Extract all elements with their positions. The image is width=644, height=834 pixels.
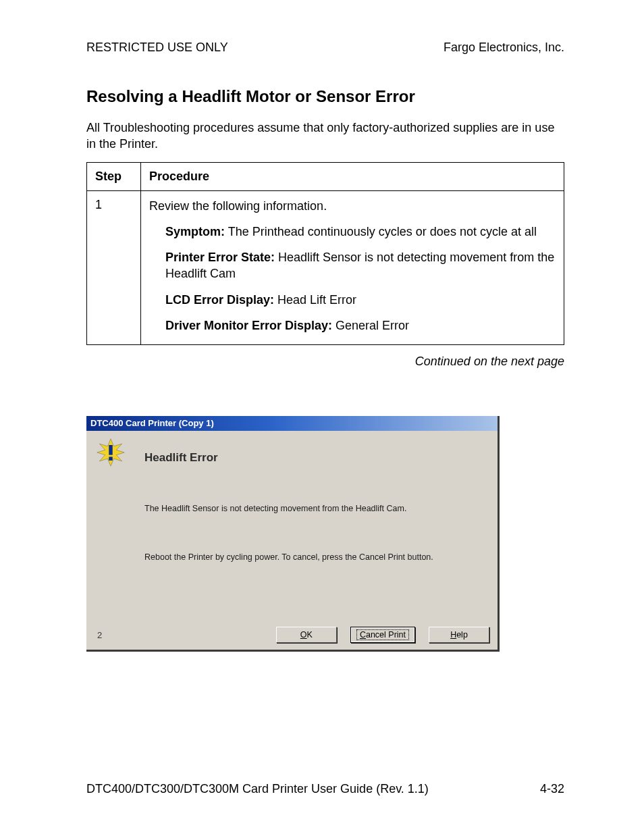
header-left: RESTRICTED USE ONLY — [86, 41, 228, 55]
col-step: Step — [87, 162, 141, 190]
footer-right: 4-32 — [540, 782, 564, 796]
continued-note: Continued on the next page — [86, 355, 564, 369]
page-title: Resolving a Headlift Motor or Sensor Err… — [86, 87, 564, 106]
step-number: 1 — [87, 190, 141, 345]
lcd-error-line: LCD Error Display: Head Lift Error — [165, 292, 556, 308]
review-line: Review the following information. — [149, 198, 556, 214]
svg-rect-2 — [109, 457, 113, 461]
ok-button[interactable]: OK — [276, 627, 337, 643]
dialog-message-1: The Headlift Sensor is not detecting mov… — [144, 504, 484, 513]
error-state-line: Printer Error State: Headlift Sensor is … — [165, 249, 556, 282]
procedure-cell: Review the following information. Sympto… — [141, 190, 564, 345]
error-count: 2 — [95, 630, 102, 640]
error-dialog: DTC400 Card Printer (Copy 1) Headlift Er… — [86, 416, 500, 652]
footer-left: DTC400/DTC300/DTC300M Card Printer User … — [86, 782, 429, 796]
help-button[interactable]: Help — [429, 627, 489, 643]
col-procedure: Procedure — [141, 162, 564, 190]
procedure-table: Step Procedure 1 Review the following in… — [86, 162, 564, 346]
dialog-titlebar: DTC400 Card Printer (Copy 1) — [86, 416, 498, 431]
warning-icon — [96, 438, 126, 467]
header-right: Fargo Electronics, Inc. — [444, 41, 564, 55]
page-header: RESTRICTED USE ONLY Fargo Electronics, I… — [86, 41, 564, 55]
table-row: 1 Review the following information. Symp… — [87, 190, 564, 345]
dialog-screenshot: DTC400 Card Printer (Copy 1) Headlift Er… — [86, 416, 564, 652]
intro-paragraph: All Troubleshooting procedures assume th… — [86, 120, 564, 153]
dialog-body: Headlift Error The Headlift Sensor is no… — [86, 431, 498, 650]
table-header-row: Step Procedure — [87, 162, 564, 190]
dialog-heading: Headlift Error — [144, 442, 498, 465]
dialog-message-2: Reboot the Printer by cycling power. To … — [144, 552, 484, 562]
svg-rect-1 — [109, 445, 113, 455]
page-footer: DTC400/DTC300/DTC300M Card Printer User … — [86, 782, 564, 796]
dialog-button-row: 2 OK Cancel Print Help — [86, 621, 498, 650]
driver-error-line: Driver Monitor Error Display: General Er… — [165, 317, 556, 334]
cancel-print-button[interactable]: Cancel Print — [350, 627, 415, 643]
symptom-line: Symptom: The Printhead continuously cycl… — [165, 224, 556, 240]
